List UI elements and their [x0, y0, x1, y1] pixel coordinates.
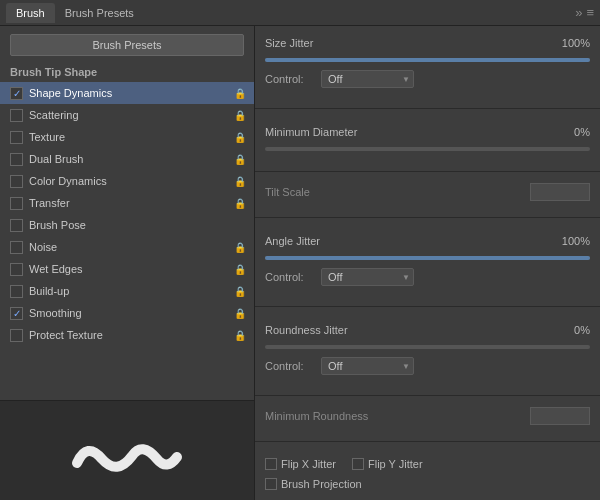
lock-icon-color-dynamics: 🔒 — [234, 176, 246, 187]
control-row-2: Control: Off Fade Pen Pressure — [265, 268, 590, 286]
divider-5 — [255, 395, 600, 396]
brush-presets-btn-wrap: Brush Presets — [0, 26, 254, 62]
brush-item-shape-dynamics[interactable]: Shape Dynamics 🔒 — [0, 82, 254, 104]
roundness-jitter-slider[interactable] — [265, 345, 590, 349]
min-roundness-label: Minimum Roundness — [265, 410, 530, 422]
checkbox-smoothing[interactable] — [10, 307, 23, 320]
item-label-noise: Noise — [29, 241, 230, 253]
roundness-jitter-row: Roundness Jitter 0% — [265, 319, 590, 341]
brush-projection-label: Brush Projection — [281, 478, 362, 490]
min-diameter-row: Minimum Diameter 0% — [265, 121, 590, 143]
checkbox-protect-texture[interactable] — [10, 329, 23, 342]
tilt-scale-row: Tilt Scale — [265, 183, 590, 201]
item-label-build-up: Build-up — [29, 285, 230, 297]
tab-brush[interactable]: Brush — [6, 3, 55, 23]
control-row-1: Control: Off Fade Pen Pressure — [265, 70, 590, 88]
min-roundness-input[interactable] — [530, 407, 590, 425]
angle-jitter-label: Angle Jitter — [265, 235, 555, 247]
size-jitter-slider[interactable] — [265, 58, 590, 62]
lock-icon-dual-brush: 🔒 — [234, 154, 246, 165]
divider-2 — [255, 171, 600, 172]
lock-icon-smoothing: 🔒 — [234, 308, 246, 319]
brush-item-smoothing[interactable]: Smoothing 🔒 — [0, 302, 254, 324]
checkbox-texture[interactable] — [10, 131, 23, 144]
flip-y-label: Flip Y Jitter — [368, 458, 423, 470]
menu-icon[interactable]: ≡ — [586, 5, 594, 20]
tab-bar: Brush Brush Presets » ≡ — [0, 0, 600, 26]
control-label-3: Control: — [265, 360, 315, 372]
lock-icon-texture: 🔒 — [234, 132, 246, 143]
angle-jitter-value: 100% — [555, 235, 590, 247]
checkbox-wet-edges[interactable] — [10, 263, 23, 276]
control-row-3: Control: Off Fade Pen Pressure — [265, 357, 590, 375]
lock-icon-noise: 🔒 — [234, 242, 246, 253]
brush-item-noise[interactable]: Noise 🔒 — [0, 236, 254, 258]
checkbox-shape-dynamics[interactable] — [10, 87, 23, 100]
angle-jitter-fill — [265, 256, 590, 260]
item-label-smoothing: Smoothing — [29, 307, 230, 319]
brush-item-transfer[interactable]: Transfer 🔒 — [0, 192, 254, 214]
divider-1 — [255, 108, 600, 109]
brush-item-dual-brush[interactable]: Dual Brush 🔒 — [0, 148, 254, 170]
brush-item-scattering[interactable]: Scattering 🔒 — [0, 104, 254, 126]
brush-item-texture[interactable]: Texture 🔒 — [0, 126, 254, 148]
checkbox-brush-pose[interactable] — [10, 219, 23, 232]
control-label-2: Control: — [265, 271, 315, 283]
size-jitter-label: Size Jitter — [265, 37, 555, 49]
size-jitter-section: Size Jitter 100% Control: Off Fade Pen P… — [255, 26, 600, 102]
tab-brush-presets[interactable]: Brush Presets — [55, 3, 144, 23]
lock-icon-scattering: 🔒 — [234, 110, 246, 121]
control-label-1: Control: — [265, 73, 315, 85]
brush-item-build-up[interactable]: Build-up 🔒 — [0, 280, 254, 302]
angle-jitter-slider[interactable] — [265, 256, 590, 260]
lock-icon-shape-dynamics: 🔒 — [234, 88, 246, 99]
control-select-wrap-2: Off Fade Pen Pressure — [321, 268, 414, 286]
flip-row: Flip X Jitter Flip Y Jitter — [265, 458, 590, 474]
brush-item-wet-edges[interactable]: Wet Edges 🔒 — [0, 258, 254, 280]
control-select-2[interactable]: Off Fade Pen Pressure — [321, 268, 414, 286]
lock-icon-protect-texture: 🔒 — [234, 330, 246, 341]
brush-presets-button[interactable]: Brush Presets — [10, 34, 244, 56]
tilt-scale-label: Tilt Scale — [265, 186, 530, 198]
min-diameter-label: Minimum Diameter — [265, 126, 555, 138]
brush-item-brush-pose[interactable]: Brush Pose — [0, 214, 254, 236]
brush-list: Shape Dynamics 🔒 Scattering 🔒 Texture 🔒 … — [0, 82, 254, 400]
item-label-brush-pose: Brush Pose — [29, 219, 246, 231]
item-label-wet-edges: Wet Edges — [29, 263, 230, 275]
checkbox-scattering[interactable] — [10, 109, 23, 122]
roundness-jitter-value: 0% — [555, 324, 590, 336]
tab-icons: » ≡ — [575, 5, 594, 20]
brush-item-color-dynamics[interactable]: Color Dynamics 🔒 — [0, 170, 254, 192]
checkbox-transfer[interactable] — [10, 197, 23, 210]
divider-4 — [255, 306, 600, 307]
right-panel: Size Jitter 100% Control: Off Fade Pen P… — [255, 26, 600, 500]
brush-tip-shape-label: Brush Tip Shape — [0, 62, 254, 82]
brush-preview-svg — [67, 421, 187, 481]
brush-preview-area — [0, 400, 254, 500]
min-diameter-section: Minimum Diameter 0% — [255, 115, 600, 165]
min-diameter-value: 0% — [555, 126, 590, 138]
tilt-scale-input[interactable] — [530, 183, 590, 201]
size-jitter-row: Size Jitter 100% — [265, 32, 590, 54]
angle-jitter-row: Angle Jitter 100% — [265, 230, 590, 252]
control-select-3[interactable]: Off Fade Pen Pressure — [321, 357, 414, 375]
roundness-jitter-label: Roundness Jitter — [265, 324, 555, 336]
control-select-wrap-1: Off Fade Pen Pressure — [321, 70, 414, 88]
brush-projection-checkbox[interactable] — [265, 478, 277, 490]
expand-icon[interactable]: » — [575, 5, 582, 20]
item-label-dual-brush: Dual Brush — [29, 153, 230, 165]
min-roundness-row: Minimum Roundness — [265, 407, 590, 425]
size-jitter-value: 100% — [555, 37, 590, 49]
control-select-1[interactable]: Off Fade Pen Pressure — [321, 70, 414, 88]
flip-y-checkbox[interactable] — [352, 458, 364, 470]
brush-item-protect-texture[interactable]: Protect Texture 🔒 — [0, 324, 254, 346]
lock-icon-transfer: 🔒 — [234, 198, 246, 209]
checkbox-noise[interactable] — [10, 241, 23, 254]
checkbox-build-up[interactable] — [10, 285, 23, 298]
checkbox-dual-brush[interactable] — [10, 153, 23, 166]
checkbox-color-dynamics[interactable] — [10, 175, 23, 188]
min-diameter-slider[interactable] — [265, 147, 590, 151]
item-label-protect-texture: Protect Texture — [29, 329, 230, 341]
flip-x-checkbox[interactable] — [265, 458, 277, 470]
item-label-color-dynamics: Color Dynamics — [29, 175, 230, 187]
